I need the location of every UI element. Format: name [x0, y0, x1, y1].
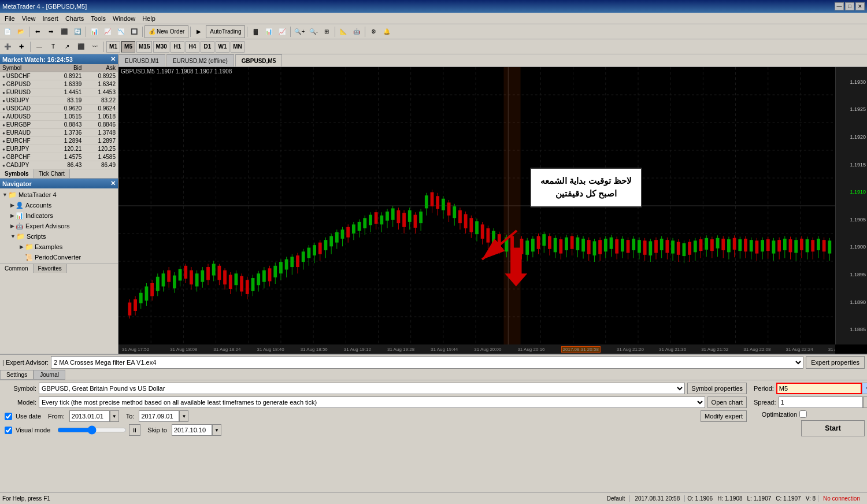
visual-mode-checkbox[interactable] — [5, 427, 12, 434]
tb-misc1[interactable]: ⚙ — [367, 25, 380, 38]
menu-view[interactable]: View — [18, 14, 39, 23]
period-w1[interactable]: W1 — [216, 41, 229, 53]
market-watch-close[interactable]: ✕ — [110, 55, 116, 63]
mw-tab-symbols[interactable]: Symbols — [0, 169, 34, 178]
use-date-checkbox[interactable] — [5, 413, 12, 420]
mw-tab-tick[interactable]: Tick Chart — [34, 169, 70, 178]
market-watch-row[interactable]: ●EURAUD1.37361.3748 — [0, 129, 118, 137]
zoom-in-btn[interactable]: 🔍+ — [292, 25, 306, 38]
period-m15[interactable]: M15 — [136, 41, 152, 53]
st-ea-select[interactable]: 2 MA Crosses Mega filter EA V1.ex4 — [51, 356, 803, 369]
chart-type-bar[interactable]: ▓ — [249, 25, 262, 38]
nav-examples[interactable]: ▶ 📁 Examples — [1, 242, 117, 252]
nav-tab-common[interactable]: Common — [0, 264, 34, 273]
menu-window[interactable]: Window — [109, 14, 139, 23]
nav-indicators[interactable]: ▶ 📊 Indicators — [1, 210, 117, 221]
nav-ea-expand[interactable]: ▶ — [10, 223, 14, 229]
nav-accounts-expand[interactable]: ▶ — [10, 202, 14, 208]
navigator-close[interactable]: ✕ — [110, 180, 116, 187]
close-button[interactable]: ✕ — [855, 2, 865, 10]
market-watch-row[interactable]: ●EURUSD1.44511.4453 — [0, 88, 118, 97]
from-dropdown[interactable]: ▼ — [110, 410, 119, 422]
chart-type-candle[interactable]: 📊 — [262, 25, 275, 38]
nav-expert-advisors[interactable]: ▶ 🤖 Expert Advisors — [1, 221, 117, 231]
nav-tab-favorites[interactable]: Favorites — [34, 264, 67, 273]
nav-scripts-expand[interactable]: ▼ — [10, 234, 16, 239]
market-watch-row[interactable]: ●EURGBP0.88430.8846 — [0, 121, 118, 129]
symbol-properties-button[interactable]: Symbol properties — [687, 383, 747, 394]
skip-to-dropdown[interactable]: ▼ — [212, 424, 221, 436]
visual-pause-btn[interactable]: ⏸ — [129, 424, 140, 436]
nav-accounts[interactable]: ▶ 👤 Accounts — [1, 200, 117, 210]
market-watch-row[interactable]: ●USDCAD0.96200.9624 — [0, 105, 118, 113]
st-model-select[interactable]: Every tick (the most precise method base… — [39, 396, 705, 408]
to-input[interactable] — [139, 410, 179, 422]
nav-indicators-expand[interactable]: ▶ — [10, 213, 14, 218]
period-d1[interactable]: D1 — [201, 41, 214, 53]
spread-input[interactable] — [779, 396, 863, 408]
nav-scripts[interactable]: ▼ 📁 Scripts — [1, 231, 117, 242]
market-watch-row[interactable]: ●GBPUSD1.63391.6342 — [0, 80, 118, 88]
tb-btn-3[interactable]: 📊 — [88, 25, 101, 38]
back-btn[interactable]: ⬅ — [31, 25, 44, 38]
menu-file[interactable]: File — [1, 14, 18, 23]
visual-speed-slider[interactable] — [57, 426, 127, 434]
line-tool[interactable]: ➕ — [1, 40, 14, 53]
refresh-btn[interactable]: 🔄 — [71, 25, 84, 38]
nav-examples-expand[interactable]: ▶ — [20, 244, 24, 250]
period-m1[interactable]: M1 — [106, 41, 120, 53]
new-order-button[interactable]: 💰 New Order — [144, 25, 188, 38]
period-dropdown[interactable]: ▼ — [862, 383, 867, 394]
open-chart-button[interactable]: Open chart — [707, 396, 747, 408]
skip-to-input[interactable] — [172, 424, 212, 436]
tb-btn-5[interactable]: 📉 — [114, 25, 127, 38]
minimize-button[interactable]: — — [835, 2, 844, 10]
open-btn[interactable]: 📂 — [14, 25, 27, 38]
chart-tab-eurusd-m1[interactable]: EURUSD,M1 — [118, 54, 165, 66]
fib-tool[interactable]: 〰 — [88, 40, 101, 53]
period-h1[interactable]: H1 — [171, 41, 184, 53]
chart-type-line[interactable]: 📈 — [276, 25, 288, 38]
tb-btn-6[interactable]: 🔲 — [128, 25, 140, 38]
autotrading-button[interactable]: AutoTrading — [206, 25, 245, 38]
to-dropdown[interactable]: ▼ — [179, 410, 188, 422]
period-m5[interactable]: M5 — [121, 41, 135, 53]
period-input[interactable] — [776, 383, 862, 394]
st-tab-settings[interactable]: Settings — [0, 370, 34, 380]
forward-btn[interactable]: ➡ — [45, 25, 57, 38]
tb-misc2[interactable]: 🔔 — [380, 25, 393, 38]
ea-btn[interactable]: 🤖 — [350, 25, 363, 38]
chart-tab-eurusd-m2[interactable]: EURUSD,M2 (offline) — [166, 54, 234, 66]
modify-expert-button[interactable]: Modify expert — [701, 410, 747, 422]
zoom-out-btn[interactable]: 🔍- — [307, 25, 320, 38]
indicators-btn[interactable]: 📐 — [337, 25, 350, 38]
menu-insert[interactable]: Insert — [39, 14, 62, 23]
stop-btn[interactable]: ⬛ — [58, 25, 71, 38]
grid-btn[interactable]: ⊞ — [320, 25, 333, 38]
period-h4[interactable]: H4 — [186, 41, 199, 53]
period-mn[interactable]: MN — [231, 41, 244, 53]
arrow-tool[interactable]: ↗ — [61, 40, 73, 53]
spread-dropdown[interactable]: ▼ — [863, 396, 867, 408]
market-watch-row[interactable]: ●GBPCHF1.45751.4585 — [0, 153, 118, 161]
market-watch-row[interactable]: ●CADJPY86.4386.49 — [0, 161, 118, 169]
text-tool[interactable]: T — [47, 40, 60, 53]
chart-tab-gbpusd-m5[interactable]: GBPUSD,M5 — [235, 54, 282, 66]
period-m30[interactable]: M30 — [153, 41, 169, 53]
market-watch-row[interactable]: ●EURCHF1.28941.2897 — [0, 137, 118, 145]
menu-help[interactable]: Help — [139, 14, 159, 23]
crosshair-tool[interactable]: ✚ — [15, 40, 28, 53]
nav-root-expand[interactable]: ▼ — [2, 192, 8, 198]
market-watch-row[interactable]: ●EURJPY120.21120.25 — [0, 145, 118, 153]
market-watch-row[interactable]: ●USDCHF0.89210.8925 — [0, 72, 118, 80]
maximize-button[interactable]: □ — [845, 2, 854, 10]
st-symbol-select[interactable]: GBPUSD, Great Britain Pound vs US Dollar — [39, 383, 685, 394]
st-tab-journal[interactable]: Journal — [34, 370, 65, 380]
market-watch-row[interactable]: ●USDJPY83.1983.22 — [0, 97, 118, 105]
market-watch-row[interactable]: ●AUDUSD1.05151.0518 — [0, 113, 118, 121]
start-button[interactable]: Start — [801, 420, 865, 436]
nav-period-converter[interactable]: ▶ 📜 PeriodConverter — [1, 252, 117, 262]
nav-root[interactable]: ▼ 📁 MetaTrader 4 — [1, 190, 117, 200]
expert-properties-button[interactable]: Expert properties — [806, 356, 865, 369]
rect-tool[interactable]: ⬛ — [75, 40, 87, 53]
